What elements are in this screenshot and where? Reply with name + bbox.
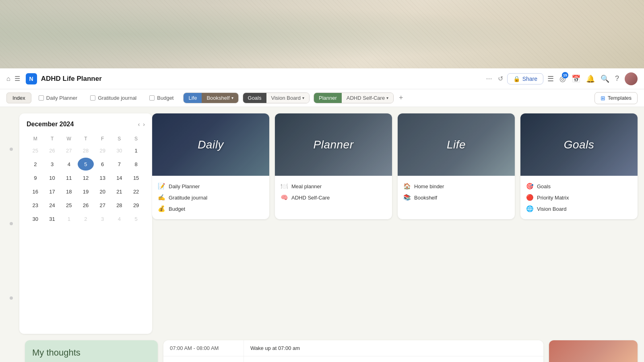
calendar-day-cell[interactable]: 1 <box>128 144 144 157</box>
checklist-icon[interactable]: ☰ <box>547 74 554 83</box>
avatar-image <box>625 72 638 85</box>
calendar-day-cell[interactable]: 5 <box>128 212 144 225</box>
calendar-day-cell[interactable]: 18 <box>61 185 77 198</box>
card-life-image: Life <box>398 113 515 176</box>
calendar-prev-button[interactable]: ‹ <box>138 121 140 128</box>
card-daily-label: Daily <box>198 138 224 151</box>
card-planner[interactable]: Planner🍽️Meal planner🧠ADHD Self-Care <box>275 113 392 219</box>
calendar-day-cell[interactable]: 12 <box>78 171 94 184</box>
calendar-day-cell[interactable]: 6 <box>95 158 111 171</box>
calendar-day-cell[interactable]: 10 <box>44 171 60 184</box>
tab-bookshelf[interactable]: Bookshelf ▾ <box>202 93 238 103</box>
templates-button[interactable]: ⊞ Templates <box>594 92 638 104</box>
share-button[interactable]: 🔒 Share <box>507 73 543 84</box>
card-item[interactable]: 🍽️Meal planner <box>281 181 386 192</box>
calendar-day-cell[interactable]: 25 <box>27 144 43 157</box>
calendar-day-cell[interactable]: 7 <box>111 158 128 171</box>
calendar-day-cell[interactable]: 5 <box>78 158 94 171</box>
menu-icon[interactable]: ☰ <box>14 75 20 82</box>
calendar-day-cell[interactable]: 8 <box>128 158 144 171</box>
card-life[interactable]: Life🏠Home binder📚Bookshelf <box>398 113 515 219</box>
templates-label: Templates <box>608 95 632 101</box>
calendar-day-cell[interactable]: 27 <box>61 144 77 157</box>
bottom-section: My thoughts + 07:00 AM - 08:00 AMWake up… <box>0 340 644 362</box>
calendar-day-cell[interactable]: 30 <box>111 144 128 157</box>
calendar-day-cell[interactable]: 19 <box>78 185 94 198</box>
calendar-day-cell[interactable]: 31 <box>44 212 60 225</box>
add-tab-button[interactable]: + <box>395 93 407 104</box>
tab-index[interactable]: Index <box>6 93 31 103</box>
card-item[interactable]: 💰Budget <box>158 203 264 214</box>
calendar-card: December 2024 ‹ › MTWTFSS 25262728293012… <box>19 113 152 334</box>
tab-gratitude[interactable]: Gratitude journal <box>85 93 142 103</box>
calendar-day-cell[interactable]: 11 <box>61 171 77 184</box>
tab-vision-board[interactable]: Vision Board ▾ <box>266 93 309 103</box>
calendar-day-cell[interactable]: 22 <box>128 185 144 198</box>
card-item[interactable]: 🌐Vision Board <box>526 203 632 214</box>
calendar-day-cell[interactable]: 24 <box>44 199 60 212</box>
card-goals[interactable]: Goals🎯Goals🔴Priority Matrix🌐Vision Board <box>520 113 638 219</box>
timer-icon[interactable]: ◎ 15 <box>559 74 566 83</box>
card-daily[interactable]: Daily📝Daily Planner✍️Gratitude journal💰B… <box>152 113 269 219</box>
tab-budget[interactable]: Budget <box>144 93 179 103</box>
calendar-day-cell[interactable]: 26 <box>78 199 94 212</box>
tab-planner[interactable]: Planner <box>314 93 342 103</box>
calendar-day-cell[interactable]: 3 <box>95 212 111 225</box>
calendar-day-cell[interactable]: 30 <box>27 212 43 225</box>
calendar-day-cell[interactable]: 2 <box>27 158 43 171</box>
card-item[interactable]: ✍️Gratitude journal <box>158 192 264 203</box>
calendar-day-cell[interactable]: 28 <box>111 199 128 212</box>
avatar[interactable] <box>625 72 638 85</box>
sidebar-dot-2 <box>10 222 13 225</box>
calendar-day-cell[interactable]: 3 <box>44 158 60 171</box>
card-item[interactable]: 🏠Home binder <box>403 181 509 192</box>
help-icon[interactable]: ? <box>615 74 619 83</box>
search-icon[interactable]: 🔍 <box>601 74 609 83</box>
calendar-day-cell[interactable]: 20 <box>95 185 111 198</box>
calendar-day-cell[interactable]: 15 <box>128 171 144 184</box>
calendar-day-header: S <box>111 134 128 143</box>
vision-card[interactable]: IF NOT NOW <box>549 340 638 362</box>
calendar-day-cell[interactable]: 23 <box>27 199 43 212</box>
calendar-day-header: T <box>44 134 60 143</box>
calendar-grid: MTWTFSS 25262728293012345678910111213141… <box>27 134 145 226</box>
calendar-day-cell[interactable]: 14 <box>111 171 128 184</box>
more-options-icon[interactable]: ··· <box>486 74 492 83</box>
calendar-day-cell[interactable]: 27 <box>95 199 111 212</box>
card-item-icon: 📚 <box>403 194 411 201</box>
calendar-day-cell[interactable]: 16 <box>27 185 43 198</box>
tab-daily-planner[interactable]: Daily Planner <box>33 93 83 103</box>
top-nav: ⌂ ☰ N ADHD Life Planner ··· ↺ 🔒 Share ☰ … <box>0 68 644 89</box>
tab-goals[interactable]: Goals <box>243 93 266 103</box>
calendar-day-cell[interactable]: 29 <box>95 144 111 157</box>
card-item[interactable]: 🔴Priority Matrix <box>526 192 632 203</box>
calendar-day-cell[interactable]: 4 <box>61 158 77 171</box>
card-item[interactable]: 🎯Goals <box>526 181 632 192</box>
tab-budget-label: Budget <box>157 95 173 101</box>
card-item[interactable]: 📝Daily Planner <box>158 181 264 192</box>
calendar-week-row: 2526272829301 <box>27 144 144 157</box>
bell-icon[interactable]: 🔔 <box>586 74 595 83</box>
card-item[interactable]: 📚Bookshelf <box>403 192 509 203</box>
card-item[interactable]: 🧠ADHD Self-Care <box>281 192 386 203</box>
undo-icon[interactable]: ↺ <box>498 75 503 82</box>
calendar-day-cell[interactable]: 25 <box>61 199 77 212</box>
calendar-day-cell[interactable]: 13 <box>95 171 111 184</box>
calendar-day-cell[interactable]: 26 <box>44 144 60 157</box>
calendar-icon[interactable]: 📅 <box>572 74 580 83</box>
tab-life[interactable]: Life <box>184 93 202 103</box>
home-icon[interactable]: ⌂ <box>6 75 10 82</box>
calendar-day-cell[interactable]: 21 <box>111 185 128 198</box>
calendar-day-cell[interactable]: 17 <box>44 185 60 198</box>
calendar-day-cell[interactable]: 9 <box>27 171 43 184</box>
card-item-text: Home binder <box>414 183 444 189</box>
calendar-week-row: 9101112131415 <box>27 171 144 184</box>
calendar-day-cell[interactable]: 29 <box>128 199 144 212</box>
calendar-day-cell[interactable]: 4 <box>111 212 128 225</box>
calendar-next-button[interactable]: › <box>143 121 145 128</box>
calendar-day-cell[interactable]: 2 <box>78 212 94 225</box>
tab-adhd[interactable]: ADHD Self-Care ▾ <box>342 93 393 103</box>
calendar-day-cell[interactable]: 1 <box>61 212 77 225</box>
calendar-day-cell[interactable]: 28 <box>78 144 94 157</box>
card-item-icon: 🌐 <box>526 205 534 212</box>
